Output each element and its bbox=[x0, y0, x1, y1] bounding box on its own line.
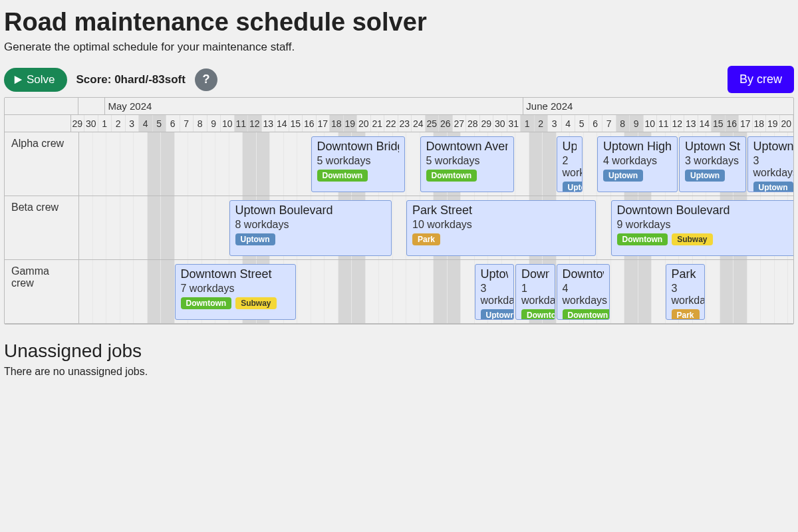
day-header-cell: 14 bbox=[275, 115, 289, 132]
job-block[interactable]: Park Boulevard3 workdaysPark bbox=[666, 264, 706, 320]
day-header-cell: 16 bbox=[303, 115, 317, 132]
day-header-cell: 5 bbox=[575, 115, 589, 132]
gantt-corner bbox=[5, 98, 78, 114]
job-workdays: 1 workday bbox=[521, 283, 549, 307]
day-header-cell: 12 bbox=[671, 115, 685, 132]
job-workdays: 4 workdays bbox=[603, 155, 672, 167]
job-tag: Downtown bbox=[563, 309, 610, 320]
job-block[interactable]: Uptown Boulevard8 workdaysUptown bbox=[229, 200, 392, 256]
day-header-cell: 25 bbox=[426, 115, 440, 132]
job-block[interactable]: Downtown Bridge5 workdaysDowntown bbox=[311, 136, 406, 192]
job-block[interactable]: Downtown Street7 workdaysDowntownSubway bbox=[175, 264, 297, 320]
day-header-cell: 29 bbox=[71, 115, 85, 132]
day-header-cell: 30 bbox=[84, 115, 98, 132]
day-header-cell: 27 bbox=[453, 115, 467, 132]
job-title: Downtown bbox=[563, 267, 604, 281]
crew-slots: Downtown Bridge5 workdaysDowntownDowntow… bbox=[79, 132, 794, 196]
score-text: Score: 0hard/-83soft bbox=[76, 73, 186, 86]
job-tag: Downtown bbox=[317, 170, 368, 182]
job-title: Downtown Bridge bbox=[317, 140, 400, 154]
job-tag: Downtown bbox=[426, 170, 477, 182]
crew-row: Gamma crewDowntown Street7 workdaysDownt… bbox=[5, 260, 793, 324]
job-tag: Uptown bbox=[685, 170, 725, 182]
day-header-cell: 31 bbox=[507, 115, 521, 132]
solve-button[interactable]: Solve bbox=[4, 68, 67, 92]
day-header-cell: 13 bbox=[684, 115, 698, 132]
job-title: Downtown Boulevard bbox=[617, 203, 795, 217]
job-title: Uptown bbox=[753, 140, 795, 154]
job-block[interactable]: Downtown4 workdaysDowntown bbox=[557, 264, 610, 320]
crew-label: Gamma crew bbox=[5, 260, 79, 323]
day-header-cell: 23 bbox=[398, 115, 412, 132]
job-block[interactable]: Downtown Avenue5 workdaysDowntown bbox=[420, 136, 515, 192]
month-label: May 2024 bbox=[105, 98, 523, 114]
gantt-corner bbox=[5, 115, 71, 132]
day-header-cell: 2 bbox=[112, 115, 126, 132]
toolbar: Solve Score: 0hard/-83soft ? By crew bbox=[4, 66, 794, 93]
day-header-cell: 1 bbox=[521, 115, 535, 132]
day-header-cell: 10 bbox=[644, 115, 658, 132]
day-header-cell: 19 bbox=[766, 115, 780, 132]
day-header-cell: 15 bbox=[712, 115, 726, 132]
day-header-cell: 5 bbox=[153, 115, 167, 132]
job-tag: Uptown bbox=[481, 309, 515, 320]
job-workdays: 8 workdays bbox=[235, 219, 386, 231]
day-header-cell: 17 bbox=[739, 115, 753, 132]
job-block[interactable]: Uptown Highway4 workdaysUptown bbox=[597, 136, 678, 192]
day-header-cell: 18 bbox=[330, 115, 344, 132]
day-header-cell: 3 bbox=[126, 115, 140, 132]
day-header-cell: 1 bbox=[98, 115, 112, 132]
crew-row: Alpha crewDowntown Bridge5 workdaysDownt… bbox=[5, 132, 793, 196]
day-header-cell: 14 bbox=[698, 115, 712, 132]
job-title: Uptown bbox=[481, 267, 509, 281]
job-block[interactable]: Uptown Street3 workdaysUptown bbox=[679, 136, 746, 192]
day-header-cell: 7 bbox=[180, 115, 194, 132]
day-header-cell: 30 bbox=[493, 115, 507, 132]
day-header-cell: 8 bbox=[194, 115, 207, 132]
job-title: Downtown Street bbox=[181, 267, 291, 281]
day-header-cell: 22 bbox=[384, 115, 398, 132]
day-header-cell: 11 bbox=[657, 115, 671, 132]
job-tag: Park bbox=[672, 309, 700, 320]
day-header-cell: 26 bbox=[439, 115, 453, 132]
job-tag: Uptown bbox=[235, 233, 275, 245]
job-workdays: 3 workdays bbox=[481, 283, 509, 307]
job-tag: Uptown bbox=[603, 170, 643, 182]
day-header-cell: 9 bbox=[630, 115, 644, 132]
job-block[interactable]: Uptown3 workdaysUptown bbox=[747, 136, 795, 192]
day-header-cell: 4 bbox=[562, 115, 576, 132]
play-icon bbox=[13, 75, 23, 84]
job-title: Uptown Highway bbox=[603, 140, 672, 154]
job-block[interactable]: Uptown2 workdaysUptown bbox=[557, 136, 583, 192]
job-title: Park Boulevard bbox=[672, 267, 700, 281]
job-workdays: 10 workdays bbox=[412, 219, 590, 231]
page-subtitle: Generate the optimal schedule for your m… bbox=[4, 41, 794, 54]
day-header-cell: 3 bbox=[548, 115, 562, 132]
unassigned-empty: There are no unassigned jobs. bbox=[4, 366, 794, 378]
job-workdays: 9 workdays bbox=[617, 219, 795, 231]
job-title: Uptown bbox=[563, 140, 577, 154]
job-tag: Uptown bbox=[753, 182, 793, 192]
job-workdays: 5 workdays bbox=[426, 155, 509, 167]
job-tag: Subway bbox=[235, 297, 276, 309]
job-block[interactable]: Park Street10 workdaysPark bbox=[406, 200, 596, 256]
day-header-cell: 13 bbox=[262, 115, 276, 132]
job-workdays: 3 workdays bbox=[753, 155, 795, 179]
crew-slots: Downtown Street7 workdaysDowntownSubwayU… bbox=[79, 260, 794, 323]
job-title: Downtown bbox=[521, 267, 549, 281]
job-workdays: 7 workdays bbox=[181, 283, 291, 295]
solve-button-label: Solve bbox=[27, 73, 55, 86]
day-header-cell: 21 bbox=[371, 115, 385, 132]
help-button[interactable]: ? bbox=[195, 68, 217, 91]
day-header-cell: 17 bbox=[317, 115, 331, 132]
job-block[interactable]: Uptown3 workdaysUptown bbox=[475, 264, 515, 320]
bycrew-button[interactable]: By crew bbox=[728, 66, 794, 93]
job-tag: Downtown bbox=[521, 309, 555, 320]
day-header-cell: 6 bbox=[166, 115, 180, 132]
job-block[interactable]: Downtown1 workdayDowntown bbox=[515, 264, 555, 320]
job-tag: Subway bbox=[672, 233, 712, 245]
day-header-cell: 20 bbox=[357, 115, 371, 132]
job-block[interactable]: Downtown Boulevard9 workdaysDowntownSubw… bbox=[611, 200, 795, 256]
day-header-cell: 10 bbox=[221, 115, 235, 132]
job-workdays: 3 workdays bbox=[672, 283, 700, 307]
